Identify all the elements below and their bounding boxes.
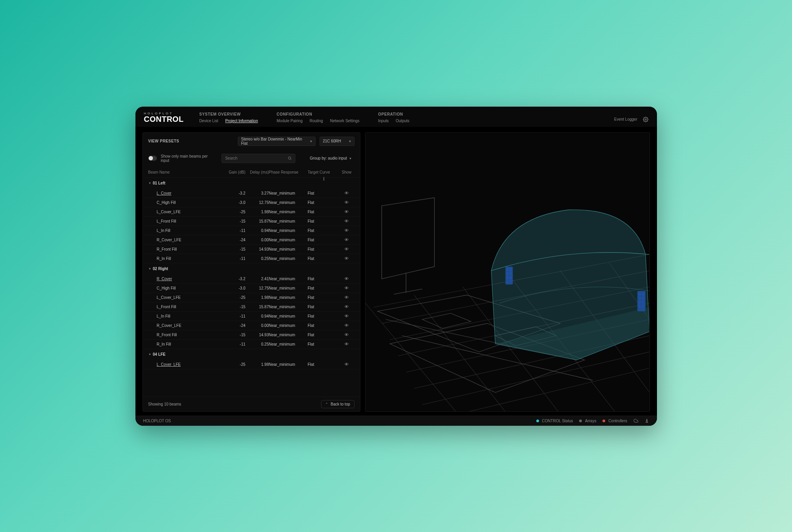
controllers-status[interactable]: Controllers (602, 419, 627, 423)
nav-group-title: SYSTEM OVERVIEW (199, 112, 258, 116)
gain-cell: -3.0 (222, 286, 246, 290)
target-cell: Flat (308, 228, 339, 233)
table-row[interactable]: L_In Fill-110.94Near_minimumFlat👁 (143, 226, 360, 235)
phase-cell: Near_minimum (269, 210, 308, 214)
target-cell: Flat (308, 210, 339, 214)
eye-icon[interactable]: 👁 (339, 342, 355, 346)
main-beams-toggle[interactable] (148, 156, 157, 161)
eye-icon[interactable]: 👁 (339, 256, 355, 261)
nav-link[interactable]: Module Pairing (277, 119, 303, 123)
eye-icon[interactable]: 👁 (339, 219, 355, 223)
nav-link[interactable]: Inputs (378, 119, 389, 123)
arrays-status[interactable]: Arrays (579, 419, 596, 423)
eye-icon[interactable]: 👁 (339, 295, 355, 300)
eye-icon[interactable]: 👁 (339, 191, 355, 195)
phase-cell: Near_minimum (269, 333, 308, 337)
phase-cell: Near_minimum (269, 323, 308, 328)
control-status[interactable]: CONTROL Status (536, 419, 573, 423)
table-row[interactable]: R_Front Fill-1514.93Near_minimumFlat👁 (143, 330, 360, 340)
delay-cell: 2.41 (246, 277, 269, 281)
eye-icon[interactable]: 👁 (339, 247, 355, 251)
eye-icon[interactable]: 👁 (339, 362, 355, 367)
beam-name-cell: L_In Fill (148, 228, 222, 233)
table-row[interactable]: R_Cover_LFE-240.00Near_minimumFlat👁 (143, 321, 360, 330)
nav-link[interactable]: Routing (309, 119, 323, 123)
target-cell: Flat (308, 238, 339, 242)
preset-select[interactable]: Stereo w/o Bar Downmix - NearMin Flat ▾ (238, 137, 316, 146)
col-phase: Phase Response (269, 170, 308, 174)
cloud-icon[interactable] (634, 418, 638, 423)
table-row[interactable]: L_Cover_LFE-251.98Near_minimumFlat👁 (143, 360, 360, 369)
beam-name-cell: L_In Fill (148, 314, 222, 318)
gain-cell: -15 (222, 305, 246, 309)
table-row[interactable]: R_Cover_LFE-240.00Near_minimumFlat👁 (143, 235, 360, 245)
phase-cell: Near_minimum (269, 362, 308, 367)
group-by-value: Group by: audio input (310, 156, 347, 160)
table-group-header[interactable]: ▾02 Right (143, 263, 360, 274)
eye-icon[interactable]: 👁 (339, 228, 355, 233)
eye-icon[interactable]: 👁 (339, 200, 355, 205)
nav-link[interactable]: Network Settings (330, 119, 360, 123)
beam-name-cell: L_Front Fill (148, 219, 222, 223)
table-row[interactable]: L_Cover-3.23.27Near_minimumFlat👁 (143, 189, 360, 198)
table-row[interactable]: L_Front Fill-1515.87Near_minimumFlat👁 (143, 302, 360, 312)
delay-cell: 0.25 (246, 256, 269, 261)
eye-icon[interactable]: 👁 (339, 333, 355, 337)
table-row[interactable]: R_In Fill-110.25Near_minimumFlat👁 (143, 254, 360, 263)
table-row[interactable]: R_Front Fill-1514.93Near_minimumFlat👁 (143, 245, 360, 254)
nav-group-title: CONFIGURATION (277, 112, 360, 116)
table-group-header[interactable]: ▾04 LFE (143, 349, 360, 360)
nav-link[interactable]: Device List (199, 119, 218, 123)
phase-cell: Near_minimum (269, 295, 308, 300)
search-field[interactable] (221, 154, 295, 163)
beams-panel: VIEW PRESETS Stereo w/o Bar Downmix - Ne… (142, 132, 360, 412)
eye-icon[interactable]: 👁 (339, 238, 355, 242)
nav-link[interactable]: Project Information (225, 119, 258, 123)
table-group-header[interactable]: ▾01 Left (143, 178, 360, 189)
beams-table-body[interactable]: ▾01 LeftL_Cover-3.23.27Near_minimumFlat👁… (143, 178, 360, 397)
tower-icon[interactable] (644, 418, 649, 423)
delay-cell: 12.75 (246, 286, 269, 290)
svg-rect-28 (637, 291, 645, 311)
svg-rect-26 (506, 276, 508, 279)
beam-name-cell: C_High Fill (148, 286, 222, 290)
table-row[interactable]: C_High Fill-3.012.75Near_minimumFlat👁 (143, 284, 360, 293)
event-logger-link[interactable]: Event Logger (614, 117, 637, 121)
eye-icon[interactable]: 👁 (339, 277, 355, 281)
table-row[interactable]: L_Cover_LFE-251.98Near_minimumFlat👁 (143, 293, 360, 302)
beam-name-cell: R_Cover_LFE (148, 238, 222, 242)
variant-select[interactable]: 21C 60RH ▾ (320, 137, 355, 146)
app-window: HOLOPLOT CONTROL SYSTEM OVERVIEWDevice L… (135, 107, 657, 426)
gain-cell: -15 (222, 247, 246, 251)
table-row[interactable]: R_Cover-3.22.41Near_minimumFlat👁 (143, 274, 360, 284)
phase-cell: Near_minimum (269, 247, 308, 251)
search-input[interactable] (225, 156, 285, 160)
eye-icon[interactable]: 👁 (339, 314, 355, 318)
main-beams-toggle-label: Show only main beams per input (161, 154, 214, 163)
gear-icon[interactable] (643, 117, 648, 122)
delay-cell: 14.93 (246, 247, 269, 251)
group-by-select[interactable]: Group by: audio input ▾ (299, 154, 355, 163)
table-row[interactable]: L_Front Fill-1515.87Near_minimumFlat👁 (143, 217, 360, 226)
eye-icon[interactable]: 👁 (339, 210, 355, 214)
beam-name-cell: R_In Fill (148, 342, 222, 346)
delay-cell: 1.98 (246, 210, 269, 214)
phase-cell: Near_minimum (269, 191, 308, 195)
delay-cell: 0.00 (246, 238, 269, 242)
table-row[interactable]: C_High Fill-3.012.75Near_minimumFlat👁 (143, 198, 360, 207)
table-row[interactable]: L_Cover_LFE-251.98Near_minimumFlat👁 (143, 207, 360, 217)
eye-icon[interactable]: 👁 (339, 286, 355, 290)
col-delay: Delay (ms) (246, 170, 269, 174)
chevron-down-icon: ▾ (349, 139, 351, 143)
back-to-top-button[interactable]: ⌃ Back to top (321, 400, 354, 408)
eye-icon[interactable]: 👁 (339, 323, 355, 328)
table-row[interactable]: R_In Fill-110.25Near_minimumFlat👁 (143, 340, 360, 349)
eye-icon[interactable]: 👁 (339, 305, 355, 309)
nav-groups: SYSTEM OVERVIEWDevice ListProject Inform… (199, 112, 599, 123)
beams-footer: Showing 10 beams ⌃ Back to top (143, 397, 360, 411)
nav-link[interactable]: Outputs (396, 119, 409, 123)
3d-viewport[interactable] (365, 132, 650, 412)
table-row[interactable]: L_In Fill-110.94Near_minimumFlat👁 (143, 312, 360, 321)
svg-rect-34 (642, 301, 644, 303)
target-cell: Flat (308, 305, 339, 309)
